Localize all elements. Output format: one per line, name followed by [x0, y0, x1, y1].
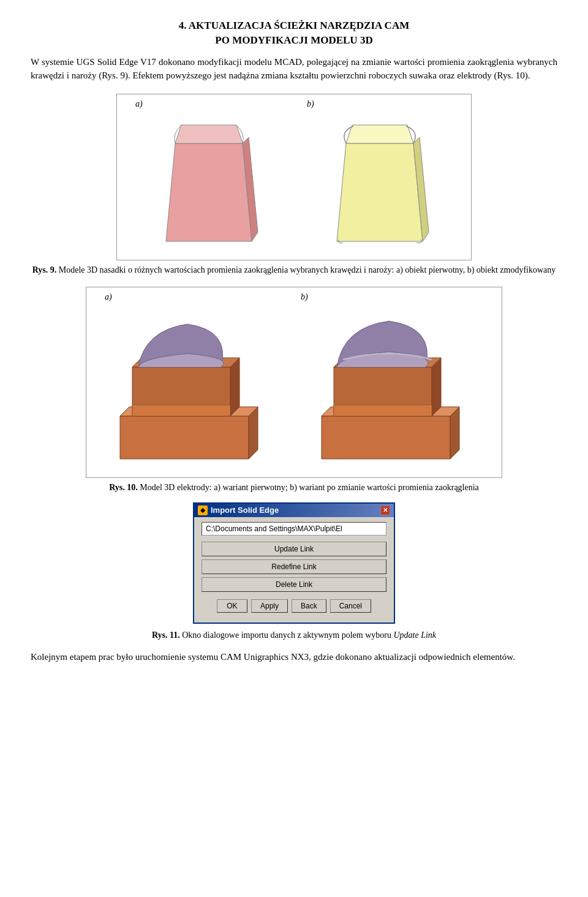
svg-marker-8: [249, 407, 258, 459]
ok-button[interactable]: OK: [217, 599, 247, 613]
page-heading: 4. AKTUALIZACJA ŚCIEŻKI NARZĘDZIA CAM PO…: [31, 18, 557, 48]
svg-marker-15: [450, 407, 459, 459]
redefine-link-button[interactable]: Redefine Link: [202, 559, 386, 574]
shape-b-svg: [322, 113, 438, 254]
fig1-label-a: a): [135, 99, 143, 109]
dialog-title: Import Solid Edge: [211, 505, 279, 515]
rys11-caption: Rys. 11. Okno dialogowe importu danych z…: [31, 629, 557, 642]
svg-rect-12: [132, 405, 230, 416]
dialog-content: C:\Documents and Settings\MAX\Pulpit\El …: [194, 517, 394, 623]
intro-paragraph: W systemie UGS Solid Edge V17 dokonano m…: [31, 55, 557, 83]
dialog-outer: ◆ Import Solid Edge ✕ C:\Documents and S…: [31, 502, 557, 624]
delete-link-button[interactable]: Delete Link: [202, 577, 386, 592]
fig2-label-b: b): [301, 292, 308, 302]
dialog-close-button[interactable]: ✕: [380, 505, 390, 515]
back-button[interactable]: Back: [292, 599, 326, 613]
fig1-label-b: b): [307, 99, 314, 109]
svg-marker-18: [432, 358, 441, 416]
fig2-label-a: a): [105, 292, 112, 302]
svg-marker-13: [322, 416, 450, 459]
svg-marker-6: [120, 416, 249, 459]
apply-button[interactable]: Apply: [251, 599, 288, 613]
svg-marker-4: [346, 125, 413, 143]
svg-marker-1: [175, 125, 243, 143]
shape-a-svg: [151, 113, 267, 254]
rys11-italic: Update Link: [393, 630, 436, 640]
update-link-button[interactable]: Update Link: [202, 542, 386, 556]
figure-rys10: a) b): [31, 287, 557, 478]
dialog-bottom-buttons: OK Apply Back Cancel: [202, 596, 386, 618]
figure-rys9: a) b): [31, 94, 557, 260]
electrode-a-svg: [108, 306, 279, 471]
cancel-button[interactable]: Cancel: [330, 599, 371, 613]
dialog-icon: ◆: [198, 505, 208, 515]
svg-marker-0: [166, 143, 252, 241]
dialog-path-field: C:\Documents and Settings\MAX\Pulpit\El: [202, 522, 386, 536]
conclusion-paragraph: Kolejnym etapem prac było uruchomienie s…: [31, 650, 557, 664]
fig1-shapes: [123, 100, 465, 254]
electrode-b-svg: [309, 306, 481, 471]
svg-rect-19: [334, 405, 432, 416]
rys9-caption: Rys. 9. Modele 3D nasadki o różnych wart…: [31, 264, 557, 276]
rys10-caption: Rys. 10. Model 3D elektrody: a) wariant …: [31, 482, 557, 494]
svg-marker-11: [230, 358, 239, 416]
dialog-button-row: Update Link Redefine Link Delete Link: [202, 542, 386, 592]
fig2-shapes: [92, 293, 496, 471]
figure-rys10-box: a) b): [86, 287, 502, 478]
figure-rys9-box: a) b): [116, 94, 472, 260]
dialog-titlebar: ◆ Import Solid Edge ✕: [194, 504, 394, 517]
svg-marker-3: [337, 143, 423, 241]
import-solid-edge-dialog: ◆ Import Solid Edge ✕ C:\Documents and S…: [193, 502, 395, 624]
